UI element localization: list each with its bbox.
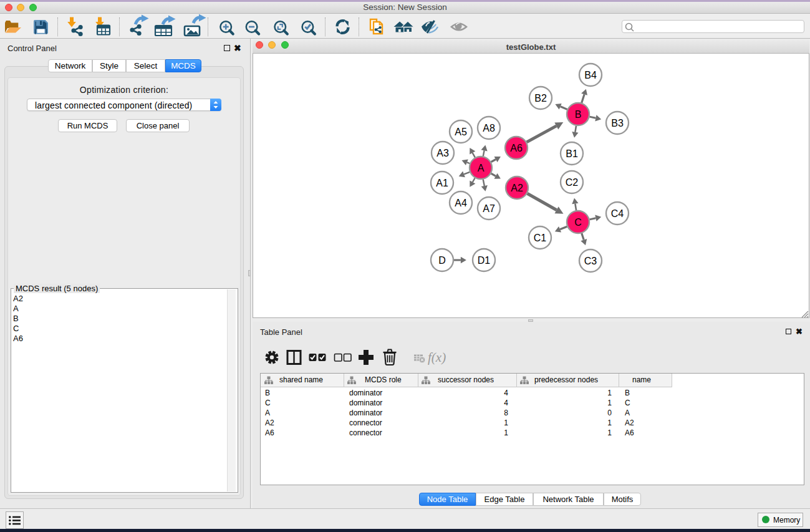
- svg-text:D1: D1: [478, 255, 491, 266]
- svg-text:A2: A2: [511, 183, 523, 193]
- svg-text:A7: A7: [483, 203, 495, 214]
- svg-text:B: B: [575, 109, 582, 120]
- svg-text:B4: B4: [584, 70, 597, 80]
- svg-text:D: D: [438, 255, 446, 266]
- svg-text:C: C: [574, 217, 582, 228]
- svg-text:A4: A4: [455, 198, 467, 208]
- svg-text:A: A: [478, 163, 485, 173]
- svg-text:A1: A1: [436, 178, 448, 188]
- svg-text:C1: C1: [534, 233, 547, 243]
- svg-text:A5: A5: [455, 127, 467, 137]
- svg-text:C2: C2: [566, 177, 579, 188]
- svg-text:B1: B1: [566, 148, 578, 159]
- svg-text:B3: B3: [611, 118, 624, 128]
- svg-text:A6: A6: [510, 143, 523, 153]
- svg-text:C4: C4: [611, 208, 624, 219]
- svg-text:B2: B2: [534, 93, 547, 104]
- svg-text:A3: A3: [436, 148, 449, 158]
- svg-text:A8: A8: [483, 123, 495, 133]
- svg-text:C3: C3: [584, 256, 597, 266]
